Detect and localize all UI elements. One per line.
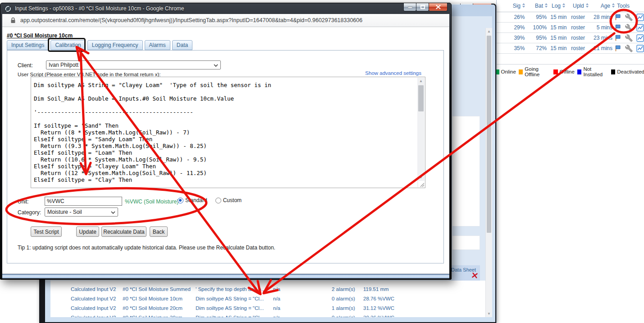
client-value: Ivan Philpott [49,62,78,68]
tools-cell [612,24,644,32]
scrollbar-vertical[interactable]: ▲ ▼ [485,28,492,317]
category-select[interactable]: Moisture - Soil [45,208,118,217]
column-header-sig[interactable]: Sig [497,3,525,9]
flag-icon[interactable] [614,34,621,42]
wrench-icon[interactable] [625,14,633,21]
input-name[interactable]: #0 *CI Soil Moisture 30cm [123,315,183,317]
scroll-up-button[interactable]: ▲ [417,78,425,84]
legend-label: Offline [560,69,575,74]
wrench-icon[interactable] [625,24,633,32]
sort-icon[interactable] [585,3,589,9]
scrollbar-vertical[interactable]: ▲ ▼ [417,78,425,187]
scrollbar-thumb[interactable] [487,36,491,233]
device-row[interactable]: 35%72%15 minroster21 mins [497,43,644,54]
device-row[interactable]: 29%100%15 minroster5 mins [497,23,644,33]
flag-icon[interactable] [614,45,621,52]
window-bottom-frame [2,274,449,278]
alarm-count: 2 alarm(s) [332,286,355,292]
custom-radio[interactable] [215,198,221,203]
tab-calibration[interactable]: Calibration [50,40,85,50]
page-title: #0 *CI Soil Moisture 10cm [7,32,73,39]
scrollbar-thumb[interactable] [418,85,424,111]
log-interval: 15 min [547,24,570,31]
table-row[interactable]: Calculated Input V2#0 *CI Soil Moisture … [50,304,485,314]
show-advanced-settings-link[interactable]: Show advanced settings [365,70,421,76]
unit-input[interactable]: %VWC [45,197,122,206]
script-preview: Dim soiltype AS String = "Cl... [196,296,264,301]
signal-value: 39% [497,35,525,41]
status-legend: OnlineGoing OfflineOfflineNot InstalledD… [497,64,644,79]
input-type: Calculated Input V2 [71,286,116,292]
wrench-icon[interactable] [625,34,633,42]
flag-icon[interactable] [614,24,621,31]
device-row[interactable]: 26%95%15 minroster28 mins [497,12,644,23]
tab-logging-frequency[interactable]: Logging Frequency [87,40,143,50]
resize-grip[interactable] [418,181,425,187]
log-interval: 15 min [547,35,570,41]
column-header-upld[interactable]: Upld [571,3,592,9]
tab-alarms[interactable]: Alarms [145,40,170,50]
client-select[interactable]: Ivan Philpott [46,60,221,69]
close-button[interactable] [429,3,448,11]
background-panel [452,116,480,226]
chart-icon[interactable] [636,24,644,32]
unit-label: Unit: [18,198,29,205]
minimize-button[interactable] [403,3,416,11]
back-button[interactable]: Back [150,226,168,237]
test-script-button[interactable]: Test Script [31,226,62,237]
tab-input-settings[interactable]: Input Settings [7,40,49,50]
column-header-age[interactable]: Age [592,3,615,9]
category-label: Category: [18,209,41,216]
flag-icon[interactable] [614,14,621,21]
input-name[interactable]: #0 *CI Soil Moisture Summed [123,286,191,292]
upload-mode: roster [570,14,589,20]
column-header-log[interactable]: Log [548,3,571,9]
scroll-down-button[interactable]: ▼ [417,174,425,181]
scroll-up-button[interactable]: ▲ [486,28,492,35]
window-titlebar[interactable]: Input Settings - op50083 - #0 *CI Soil M… [0,3,451,14]
script-code[interactable]: Dim soiltype AS String = "Clayey Loam" '… [34,82,416,187]
table-row[interactable]: Calculated Input V2#0 *CI Soil Moisture … [50,295,485,304]
sort-icon[interactable] [544,3,548,9]
standard-radio[interactable] [178,198,183,203]
battery-value: 95% [525,35,547,41]
address-bar[interactable]: app.outpostcentral.com/remote/(S(vkqroue… [2,14,449,27]
chart-icon[interactable] [636,45,644,52]
legend-color-swatch [577,69,582,74]
table-row[interactable]: Calculated Input V2#0 *CI Soil Moisture … [50,314,485,317]
padlock-icon [10,17,16,23]
tab-data[interactable]: Data [172,40,192,50]
delete-icon[interactable] [471,272,478,279]
maximize-button[interactable] [416,3,429,11]
battery-value: 100% [525,24,547,31]
input-type: Calculated Input V2 [71,315,116,317]
update-button[interactable]: Update [76,226,99,237]
calibration-panel: Client: Ivan Philpott User Script (Pleas… [7,50,444,263]
url-text[interactable]: app.outpostcentral.com/remote/(S(vkqroue… [20,17,362,23]
na-value: n/a [273,296,280,301]
tab-strip: Input Settings Calibration Logging Frequ… [7,40,194,50]
user-script-textarea[interactable]: Dim soiltype AS String = "Clayey Loam" '… [31,77,425,188]
tools-cell [612,34,644,42]
input-type: Calculated Input V2 [71,296,116,301]
scroll-down-button[interactable]: ▼ [486,310,492,317]
sort-icon[interactable] [522,3,525,9]
table-row[interactable]: Calculated Input V2#0 *CI Soil Moisture … [50,285,485,295]
input-type: Calculated Input V2 [71,305,116,311]
signal-value: 35% [497,45,525,51]
age-value: 23 mins [589,35,612,41]
input-name[interactable]: #0 *CI Soil Moisture 20cm [123,305,183,311]
recalculate-data-button[interactable]: Recalculate Data [101,226,146,237]
sort-icon[interactable] [612,3,615,9]
sort-icon[interactable] [562,3,566,9]
log-interval: 15 min [547,45,570,51]
device-row[interactable]: 39%95%15 minroster23 mins [497,33,644,43]
current-value: 119.51 mm [363,286,389,292]
wrench-icon[interactable] [625,45,633,52]
chart-icon[interactable] [636,34,644,42]
column-header-bat[interactable]: Bat [525,3,548,9]
site-favicon [5,5,11,12]
chart-icon[interactable] [636,14,644,21]
input-name[interactable]: #0 *CI Soil Moisture 10cm [123,296,183,301]
tools-cell [612,14,644,21]
